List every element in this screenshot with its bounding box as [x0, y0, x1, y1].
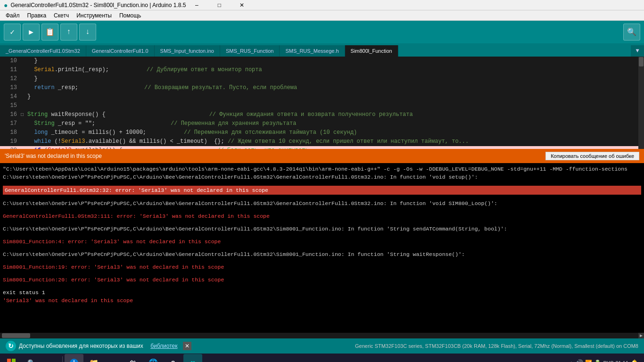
- update-bar: ↻ Доступны обновления для некоторых из в…: [0, 338, 644, 354]
- tab-sms-input[interactable]: SMS_Input_functon.ino: [155, 45, 220, 57]
- console-line-final-error: 'Serial3' was not declared in this scope: [3, 296, 641, 304]
- console-line-error-1: GeneralControllerFull1.0Stm32:32: error:…: [3, 186, 641, 195]
- taskbar-lang[interactable]: РУС: [603, 360, 613, 362]
- tab-dropdown-button[interactable]: ▼: [631, 45, 644, 57]
- tab-sim800[interactable]: Sim800l_Function: [345, 45, 398, 57]
- update-link[interactable]: библиотек: [150, 343, 177, 349]
- taskbar-taskview[interactable]: ❑: [41, 354, 60, 362]
- menu-sketch[interactable]: Скетч: [50, 11, 73, 20]
- taskbar: 🔍 ❑ 📁 ✉ 🛍 🌐 ⚙ ∞ ∧ 🔊 📶 🔋 РУС 21:11 🔔: [0, 354, 644, 362]
- taskbar-app-store[interactable]: 🛍: [124, 354, 143, 362]
- copy-error-button[interactable]: Копировать сообщение об ошибке: [545, 152, 639, 160]
- taskbar-battery-icon[interactable]: 🔋: [594, 360, 601, 362]
- svg-rect-1: [12, 359, 16, 362]
- horizontal-scrollbar[interactable]: ▶: [0, 333, 644, 338]
- code-line-12: 12 }: [0, 74, 638, 83]
- save-button[interactable]: ↓: [79, 24, 96, 41]
- maximize-button[interactable]: □: [208, 0, 230, 10]
- search-button[interactable]: 🔍: [623, 24, 640, 41]
- code-line-11: 11 Serial.println(_resp);// Дублируем от…: [0, 66, 638, 74]
- tab-bar: _GeneralControllerFull1.0Stm32 GeneralCo…: [0, 43, 644, 57]
- taskbar-right: ∧ 🔊 📶 🔋 РУС 21:11 🔔: [570, 359, 642, 362]
- close-button[interactable]: ✕: [231, 0, 253, 10]
- taskbar-app-explorer[interactable]: 📁: [84, 354, 103, 362]
- code-lines[interactable]: 10 } 11 Serial.println(_resp);// Дублиру…: [0, 57, 638, 149]
- upload-button[interactable]: ▶: [23, 24, 40, 41]
- blank-8: [3, 271, 641, 276]
- tab-sms-messege[interactable]: SMS_RUS_Messege.h: [280, 45, 345, 57]
- title-text: GeneralControllerFull1.0Stm32 - Sim800l_…: [10, 2, 186, 8]
- taskbar-app-browser[interactable]: 🌐: [144, 354, 163, 362]
- taskbar-app-mail[interactable]: ✉: [104, 354, 123, 362]
- taskbar-network-icon[interactable]: 📶: [585, 360, 592, 362]
- board-status: Generic STM32F103C series, STM32F103CB (…: [355, 343, 638, 349]
- taskbar-time[interactable]: 21:11: [615, 360, 628, 362]
- start-button[interactable]: [2, 354, 21, 362]
- code-line-18: 18 long _timeout = millis() + 10000;// П…: [0, 128, 638, 137]
- console-output[interactable]: "C:\Users\teben\AppData\Local\Arduino15\…: [0, 163, 644, 333]
- error-message: 'Serial3' was not declared in this scope: [5, 153, 102, 159]
- code-line-20: 20 □ if (Serial3.available()) {// Если е…: [0, 146, 638, 149]
- blank-4: [3, 220, 641, 225]
- tab-sms-rus[interactable]: SMS_RUS_Function: [220, 45, 280, 57]
- console-line-error-5: Sim8001_Function:20: error: 'Serial3' wa…: [3, 276, 641, 284]
- close-update-button[interactable]: ✕: [183, 342, 191, 350]
- console-line-5: C:\Users\teben\OneDrive\P"PsPeCnPjPuPSC,…: [3, 250, 641, 258]
- scroll-thumb[interactable]: [2, 333, 30, 338]
- taskbar-sys-expand[interactable]: ∧: [570, 360, 573, 362]
- minimize-button[interactable]: –: [186, 0, 207, 10]
- title-icon: ●: [4, 1, 8, 9]
- console-line-exit: exit status 1: [3, 288, 641, 296]
- taskbar-search[interactable]: 🔍: [22, 354, 41, 362]
- taskbar-notifications[interactable]: 🔔: [630, 359, 638, 362]
- console-line-error-3: Sim8001_Function:4: error: 'Serial3' was…: [3, 238, 641, 246]
- error-header: 'Serial3' was not declared in this scope…: [0, 149, 644, 163]
- blank-6: [3, 246, 641, 250]
- tab-general-full[interactable]: _GeneralControllerFull1.0Stm32: [0, 45, 86, 57]
- scroll-right-button[interactable]: ▶: [638, 333, 644, 338]
- blank-3: [3, 207, 641, 212]
- window-controls: – □ ✕: [186, 0, 253, 10]
- taskbar-arduino[interactable]: ∞: [183, 354, 202, 362]
- code-line-16: 16 □ String waitResponse() {// Функция о…: [0, 110, 638, 119]
- update-message: Доступны обновления для некоторых из ваш…: [19, 343, 143, 349]
- code-line-15: 15: [0, 101, 638, 110]
- code-editor: 10 } 11 Serial.println(_resp);// Дублиру…: [0, 57, 644, 149]
- verify-button[interactable]: ✓: [4, 24, 21, 41]
- blank-2: [3, 195, 641, 199]
- blank-9: [3, 284, 641, 288]
- new-button[interactable]: 📋: [41, 24, 58, 41]
- menu-help[interactable]: Помощь: [116, 11, 145, 20]
- menubar: Файл Правка Скетч Инструменты Помощь: [0, 10, 644, 21]
- svg-rect-0: [7, 359, 11, 362]
- taskbar-divider: [62, 356, 63, 362]
- blank-5: [3, 233, 641, 238]
- titlebar: ● GeneralControllerFull1.0Stm32 - Sim800…: [0, 0, 644, 10]
- code-scrollbar[interactable]: [638, 57, 644, 149]
- code-line-19: 19 while (!Serial3.available() && millis…: [0, 137, 638, 146]
- code-line-14: 14 }: [0, 92, 638, 101]
- code-line-10: 10 }: [0, 57, 638, 66]
- console-line-1: "C:\Users\teben\AppData\Local\Arduino15\…: [3, 165, 641, 173]
- taskbar-app-edge[interactable]: [65, 354, 83, 362]
- console-line-2: C:\Users\teben\OneDrive\P"PsPeCnPjPuPSC,…: [3, 173, 641, 181]
- update-icon: ↻: [6, 341, 16, 351]
- console-line-3: C:\Users\teben\OneDrive\P"PsPeCnPjPuPSC,…: [3, 199, 641, 207]
- menu-file[interactable]: Файл: [2, 11, 24, 20]
- blank-1: [3, 181, 641, 186]
- tab-general[interactable]: GeneralControllerFull1.0: [86, 45, 155, 57]
- menu-tools[interactable]: Инструменты: [73, 11, 116, 20]
- toolbar: ✓ ▶ 📋 ↑ ↓ 🔍: [0, 21, 644, 43]
- menu-edit[interactable]: Правка: [24, 11, 50, 20]
- open-button[interactable]: ↑: [60, 24, 77, 41]
- console-line-error-2: GeneralControllerFull1.0Stm32:111: error…: [3, 212, 641, 220]
- code-line-13: 13 return _resp;// Возвращаем результат.…: [0, 83, 638, 92]
- taskbar-volume-icon[interactable]: 🔊: [575, 359, 583, 362]
- blank-7: [3, 258, 641, 263]
- code-line-17: 17 String _resp = "";// Переменная для х…: [0, 119, 638, 128]
- taskbar-app-settings[interactable]: ⚙: [164, 354, 182, 362]
- console-line-error-4: Sim8001_Function:19: error: 'Serial3' wa…: [3, 263, 641, 271]
- console-line-4: C:\Users\teben\OneDrive\P"PsPeCnPjPuPSC,…: [3, 225, 641, 233]
